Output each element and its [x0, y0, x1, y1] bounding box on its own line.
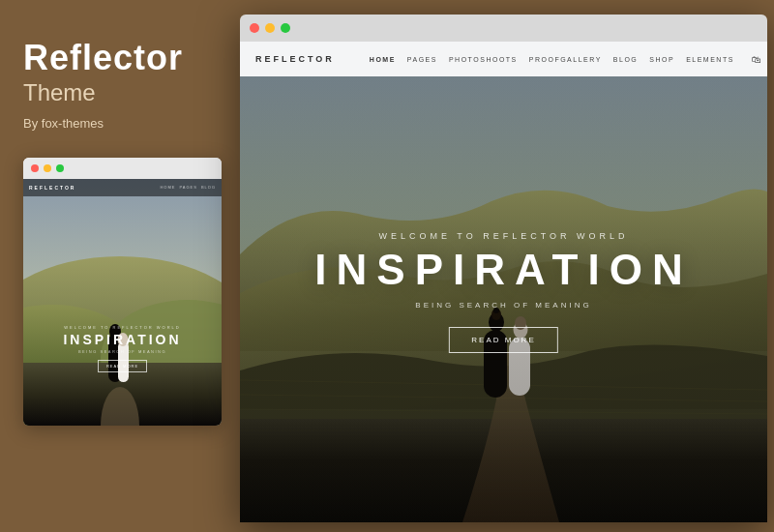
thumb-dot-red	[31, 164, 39, 172]
main-titlebar	[240, 15, 767, 42]
thumb-read-more-button[interactable]: READ MORE	[98, 360, 147, 372]
hero-subheadline: BEING SEARCH OF MEANING	[314, 301, 692, 310]
nav-item-home[interactable]: HOME	[370, 56, 396, 63]
nav-icons: 🛍 🔍	[750, 52, 767, 66]
thumbnail-navbar: REFLECTOR HOME PAGES BLOG	[23, 179, 222, 196]
cart-icon[interactable]: 🛍	[750, 52, 763, 66]
main-dot-red	[250, 23, 259, 33]
thumbnail-content: REFLECTOR HOME PAGES BLOG WELCOME TO REF…	[23, 179, 222, 426]
thumbnail-bg: REFLECTOR HOME PAGES BLOG WELCOME TO REF…	[23, 179, 222, 426]
nav-item-photoshoots[interactable]: PHOTOSHOOTS	[449, 56, 518, 63]
thumb-tagline: WELCOME TO REFLECTOR WORLD	[23, 325, 222, 330]
thumb-sub: BEING SEARCH OF MEANING	[23, 349, 222, 354]
thumb-dot-yellow	[44, 164, 51, 172]
main-dot-green	[281, 23, 290, 33]
brand-title: Reflector	[23, 39, 183, 77]
nav-item-elements[interactable]: ELEMENTS	[686, 56, 734, 63]
brand-author: By fox-themes	[23, 116, 104, 131]
hero-tagline: WELCOME TO REFLECTOR WORLD	[314, 231, 692, 241]
hero-text: WELCOME TO REFLECTOR WORLD INSPIRATION B…	[314, 231, 692, 353]
nav-items: HOME PAGES PHOTOSHOOTS PROOFGALLERY BLOG…	[370, 56, 734, 63]
thumb-logo: REFLECTOR	[29, 185, 75, 191]
thumbnail-window: REFLECTOR HOME PAGES BLOG WELCOME TO REF…	[23, 158, 222, 426]
thumbnail-text-overlay: WELCOME TO REFLECTOR WORLD INSPIRATION B…	[23, 325, 222, 372]
thumbnail-titlebar	[23, 158, 222, 179]
brand-subtitle: Theme	[23, 79, 96, 106]
thumb-dot-green	[56, 164, 64, 172]
main-content: REFLECTOR HOME PAGES PHOTOSHOOTS PROOFGA…	[240, 42, 767, 522]
nav-logo: REFLECTOR	[255, 54, 335, 64]
main-window: REFLECTOR HOME PAGES PHOTOSHOOTS PROOFGA…	[240, 15, 767, 522]
nav-item-shop[interactable]: SHOP	[649, 56, 674, 63]
thumb-headline: INSPIRATION	[23, 332, 222, 347]
nav-item-blog[interactable]: BLOG	[613, 56, 638, 63]
main-dot-yellow	[265, 23, 275, 33]
main-navbar: REFLECTOR HOME PAGES PHOTOSHOOTS PROOFGA…	[240, 42, 767, 76]
nav-item-proofgallery[interactable]: PROOFGALLERY	[529, 56, 602, 63]
left-panel: Reflector Theme By fox-themes	[0, 0, 240, 532]
hero-headline: INSPIRATION	[314, 249, 692, 291]
hero-read-more-button[interactable]: READ MORE	[449, 327, 557, 353]
nav-item-pages[interactable]: PAGES	[407, 56, 437, 63]
